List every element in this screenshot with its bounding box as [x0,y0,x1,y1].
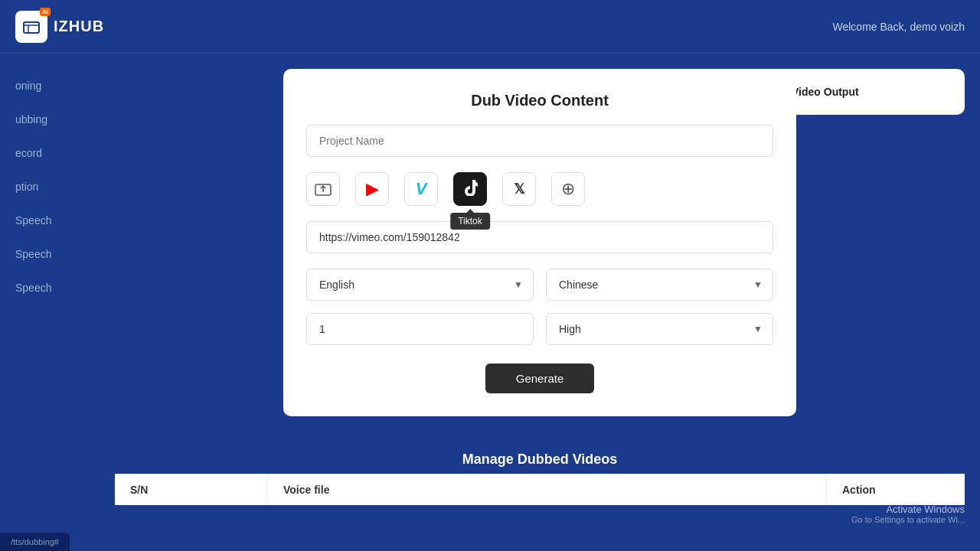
number-input[interactable] [306,313,534,345]
manage-section: Manage Dubbed Videos S/N Voice file Acti… [115,439,965,505]
activate-windows-watermark: Activate Windows Go to Settings to activ… [851,504,965,524]
language-dropdowns-row: English Spanish French German Japanese ▼… [306,269,773,301]
table-col-voice: Voice file [268,474,827,505]
welcome-text: Welcome Back, demo voizh [833,21,965,33]
bottom-tab: /tts/dubbing# [0,533,70,551]
youtube-platform-icon[interactable]: ▶ [355,172,389,206]
tiktok-platform-icon[interactable]: Tiktok [453,172,487,206]
target-language-select[interactable]: Chinese English Spanish French German [546,269,773,301]
quality-select[interactable]: High Medium Low [546,313,773,345]
main-content: Dub Video Content ▶ V [0,54,980,551]
url-input[interactable] [306,221,773,253]
quality-wrapper: High Medium Low ▼ [546,313,773,345]
table-col-action: Action [827,474,965,505]
generate-button[interactable]: Generate [485,364,595,393]
number-quality-row: High Medium Low ▼ [306,313,773,345]
target-language-wrapper: Chinese English Spanish French German ▼ [546,269,773,301]
logo-area: AI IZHUB [15,11,104,43]
card-title: Dub Video Content [306,92,773,109]
vimeo-platform-icon[interactable]: V [404,172,438,206]
manage-title: Manage Dubbed Videos [115,439,965,474]
project-name-input[interactable] [306,125,773,157]
source-language-select[interactable]: English Spanish French German Japanese [306,269,534,301]
logo-icon: AI [15,11,47,43]
more-platform-icon[interactable]: ⊕ [551,172,585,206]
generate-button-wrapper: Generate [306,364,773,393]
dub-video-card: Dub Video Content ▶ V [283,69,796,416]
x-platform-icon[interactable]: 𝕏 [502,172,536,206]
svg-rect-0 [24,22,39,33]
ai-badge: AI [40,8,51,16]
table-col-sn: S/N [115,474,268,505]
upload-platform-icon[interactable] [306,172,340,206]
source-language-wrapper: English Spanish French German Japanese ▼ [306,269,534,301]
table-header: S/N Voice file Action [115,474,965,505]
number-input-wrapper [306,313,534,345]
logo-text: IZHUB [54,18,104,35]
platform-icons: ▶ V Tiktok 𝕏 ⊕ [306,172,773,206]
tiktok-tooltip: Tiktok [450,213,490,230]
header: AI IZHUB Welcome Back, demo voizh [0,0,980,54]
